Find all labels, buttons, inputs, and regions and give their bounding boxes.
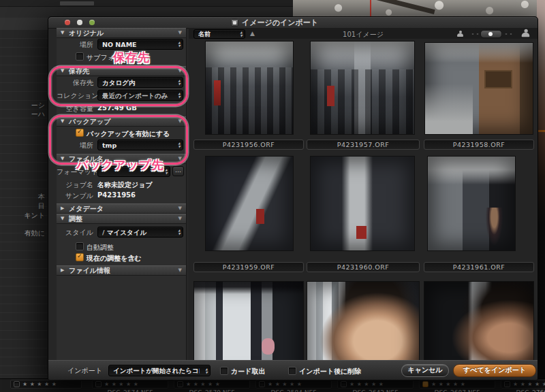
job-name-value: 名称未設定ジョブ (97, 180, 153, 190)
thumbnail-photo[interactable] (307, 281, 420, 360)
list-item-fragment: 有効に (25, 229, 45, 238)
background-grid-row: ★★★★★ ★★★★★ DSC_2574.NEF ★★★★★ DSC_2579.… (0, 378, 545, 392)
thumbnail-small-icon (457, 31, 463, 37)
section-adjustments[interactable]: ▼ 調整 ▼ (57, 214, 186, 224)
thumbnail-photo[interactable] (424, 42, 533, 135)
annotation-text-backup-destination: バックアップ先 (76, 157, 164, 173)
sample-label: サンプル (57, 191, 93, 201)
close-button[interactable] (65, 20, 70, 25)
file-name: DSC_2642.NEF (337, 389, 414, 392)
thumbnail-large-icon (522, 29, 530, 37)
disclosure-closed-icon[interactable]: ▶ (61, 206, 64, 211)
browser-toolbar: 名前 ▲▼ ▲ 101イメージ (189, 28, 538, 39)
background-left-list: ーシ ーハ 本 目 キント 有効に (0, 30, 48, 378)
include-subfolders-checkbox[interactable] (76, 52, 84, 61)
background-thumb-meta: ★★★★★ DSC_2584.NEF (255, 380, 332, 392)
background-thumb-meta: ★★★★★ DSC_2766.NEF (501, 380, 545, 392)
delete-after-import-label: インポート後に削除 (299, 367, 361, 376)
select-checkbox-checked[interactable] (422, 381, 429, 387)
eject-card-checkbox[interactable] (220, 367, 228, 375)
sort-dropdown[interactable]: 名前 ▲▼ (193, 29, 245, 39)
thumbnail-photo[interactable] (310, 156, 415, 251)
dialog-footer: インポート インポートが開始されたらコレクシ… ▲▼ カード取出 インポート後に… (48, 360, 538, 380)
minimize-button[interactable] (77, 20, 82, 25)
auto-adjust-checkbox[interactable] (76, 242, 84, 250)
sort-ascending-icon[interactable]: ▲ (250, 30, 255, 37)
section-metadata[interactable]: ▶ メタデータ ▼ (57, 203, 186, 214)
star-rating[interactable]: ★★★★★ (349, 381, 386, 387)
thumbnail-filename: P4231958.ORF (424, 140, 534, 150)
thumbnail-filename: P4231956.ORF (193, 140, 304, 150)
screen: ▼ ーシ ーハ 本 目 キント 有効に ★★★★★ ★★★★★ DSC_2574… (0, 0, 545, 392)
thumbnail-filename: P4231961.ORF (424, 262, 534, 272)
source-location-dropdown[interactable]: NO NAME ▲▼ (97, 39, 183, 50)
brush-icon: / (102, 229, 104, 236)
thumbnail-photo[interactable] (205, 156, 294, 251)
title-bar[interactable]: イメージのインポート (48, 17, 538, 29)
include-adjustments-checkbox[interactable]: ✓ (76, 253, 84, 261)
list-item-fragment: ーシ (31, 101, 45, 110)
branch-shape (334, 0, 435, 14)
background-thumb-chip (60, 1, 94, 5)
thumbnail-grid: P4231956.ORF P4231957.ORF P4231958.ORF P… (189, 39, 538, 360)
section-original[interactable]: ▼ オリジナル ▼ (57, 28, 186, 38)
select-checkbox[interactable] (14, 381, 20, 387)
star-rating[interactable]: ★★★★★ (186, 381, 222, 387)
background-top-panel (0, 0, 293, 18)
list-item-fragment: 目 (38, 201, 45, 211)
star-rating[interactable]: ★★★★★ (513, 381, 545, 387)
list-item-fragment: 本 (38, 192, 45, 201)
style-dropdown[interactable]: / マイスタイル ▲▼ (97, 227, 183, 238)
format-more-button[interactable]: … (172, 166, 184, 176)
red-line-overlay (370, 0, 371, 18)
background-thumb-meta: ★★★★★ (10, 380, 82, 389)
thumbnail-filename: P4231959.ORF (193, 262, 304, 272)
chevron-down-icon: ▼ (178, 30, 182, 35)
select-checkbox[interactable] (259, 381, 265, 387)
select-checkbox[interactable] (341, 381, 347, 387)
image-count: 101イメージ (322, 30, 404, 39)
zoom-button[interactable] (89, 20, 95, 25)
section-fileinfo[interactable]: ▶ ファイル情報 ▼ (57, 265, 186, 276)
file-name: DSC_2574.NEF (92, 389, 168, 392)
job-name-label: ジョブ名 (57, 180, 93, 190)
background-thumb-meta: ★★★★★ DSC_2687.NEF (419, 380, 495, 392)
background-blossom-photo (293, 0, 545, 18)
import-all-button[interactable]: すべてをインポート (453, 364, 536, 377)
thumbnail-photo[interactable] (310, 41, 415, 135)
thumbnail-photo[interactable] (205, 41, 294, 135)
cancel-button[interactable]: キャンセル (401, 364, 449, 377)
thumbnail-photo[interactable] (193, 281, 304, 360)
style-label: スタイル (57, 228, 93, 238)
location-label: 場所 (57, 40, 93, 50)
file-name: DSC_2766.NEF (501, 389, 545, 392)
thumbnail-filename: P4231960.ORF (307, 262, 420, 272)
file-name: DSC_2687.NEF (419, 389, 495, 392)
import-action-dropdown[interactable]: インポートが開始されたらコレクシ… ▲▼ (108, 365, 211, 376)
delete-after-import-checkbox[interactable] (288, 367, 296, 375)
background-thumb-meta: ★★★★★ DSC_2642.NEF (337, 380, 414, 392)
window-title: イメージのインポート (242, 18, 318, 28)
zoom-slider-thumb[interactable] (480, 30, 502, 38)
thumbnail-photo[interactable] (424, 281, 534, 360)
stepper-down-icon: ▼ (240, 34, 243, 37)
sort-value: 名前 (198, 30, 234, 39)
disclosure-open-icon[interactable]: ▼ (61, 30, 64, 35)
background-thumb-meta: ★★★★★ DSC_2579.NEF (174, 380, 250, 392)
select-checkbox[interactable] (177, 381, 183, 387)
annotation-circle-destination (49, 66, 188, 106)
select-checkbox[interactable] (504, 381, 510, 387)
star-rating[interactable]: ★★★★★ (268, 381, 304, 387)
thumbnail-filename: P4231957.ORF (307, 140, 420, 150)
list-item-fragment: ーハ (31, 110, 45, 119)
star-rating[interactable]: ★★★★★ (104, 381, 140, 387)
star-rating[interactable]: ★★★★★ (22, 381, 59, 387)
import-when-label: インポート (67, 366, 102, 376)
select-checkbox[interactable] (95, 381, 102, 387)
eject-card-label: カード取出 (231, 367, 265, 376)
thumbnail-photo[interactable] (427, 156, 516, 251)
star-rating[interactable]: ★★★★★ (431, 381, 467, 387)
annotation-text-save-destination: 保存先 (113, 50, 150, 65)
background-thumb-meta: ★★★★★ DSC_2574.NEF (92, 380, 168, 392)
list-item-fragment: キント (24, 211, 45, 220)
